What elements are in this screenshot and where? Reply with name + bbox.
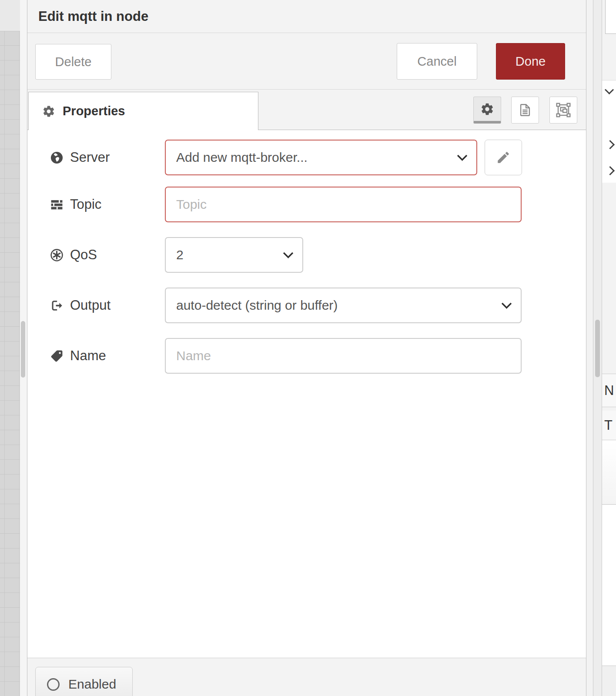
dialog-tab-row: Properties xyxy=(27,90,586,130)
appearance-button[interactable] xyxy=(549,97,577,124)
sidebar-row-text: T xyxy=(604,418,613,433)
output-label: Output xyxy=(50,288,110,323)
name-label: Name xyxy=(50,338,106,374)
canvas-header-sliver xyxy=(0,0,20,31)
dialog-title: Edit mqtt in node xyxy=(38,9,148,24)
topic-label: Topic xyxy=(50,187,101,222)
qos-select[interactable]: 2 xyxy=(165,237,303,273)
chevron-down-icon[interactable] xyxy=(605,85,614,94)
sign-out-icon xyxy=(50,299,64,312)
chevron-right-icon[interactable] xyxy=(606,166,615,175)
sidebar-section-panel xyxy=(602,440,616,505)
sidebar-scrollbar-thumb[interactable] xyxy=(595,320,600,377)
chevron-down-icon xyxy=(501,298,512,309)
output-select[interactable]: auto-detect (string or buffer) xyxy=(165,288,522,323)
output-select-value: auto-detect (string or buffer) xyxy=(176,298,338,313)
server-label: Server xyxy=(50,140,110,175)
dialog-buttonbar: Delete Cancel Done xyxy=(27,33,586,90)
qos-label-text: QoS xyxy=(70,247,97,263)
flow-canvas-sliver xyxy=(0,0,20,696)
dialog-footer: Enabled xyxy=(27,658,586,696)
tab-properties[interactable]: Properties xyxy=(28,92,258,130)
qos-label: QoS xyxy=(50,237,97,273)
tag-icon xyxy=(50,349,64,363)
sidebar-row-text: N xyxy=(604,383,614,398)
gear-icon xyxy=(42,105,55,118)
sidebar-scrollbar-track[interactable] xyxy=(593,0,602,696)
qos-select-value: 2 xyxy=(176,248,184,262)
sidebar-row-partial: T xyxy=(602,411,616,440)
enabled-toggle-label: Enabled xyxy=(68,677,116,692)
tasks-icon xyxy=(50,198,64,211)
server-select[interactable]: Add new mqtt-broker... xyxy=(165,140,477,175)
properties-view-button[interactable] xyxy=(473,97,501,124)
globe-icon xyxy=(50,151,64,164)
sidebar-section-blank xyxy=(602,505,616,666)
chevron-down-icon xyxy=(457,151,467,161)
enabled-toggle-button[interactable]: Enabled xyxy=(35,667,133,696)
server-label-text: Server xyxy=(70,150,110,165)
empire-icon xyxy=(50,248,64,262)
chevron-right-icon[interactable] xyxy=(606,140,615,149)
name-input[interactable] xyxy=(165,338,522,374)
description-icon xyxy=(518,103,532,117)
pencil-icon xyxy=(496,150,511,165)
sidebar-row-partial: N xyxy=(602,374,616,407)
delete-button[interactable]: Delete xyxy=(35,44,111,80)
appearance-icon xyxy=(556,102,571,118)
sidebar-topbox xyxy=(605,0,616,34)
description-button[interactable] xyxy=(511,97,539,124)
output-label-text: Output xyxy=(70,298,110,313)
name-label-text: Name xyxy=(70,348,106,364)
topic-label-text: Topic xyxy=(70,197,101,212)
circle-toggle-icon xyxy=(47,678,60,691)
edit-node-dialog: Edit mqtt in node Delete Cancel Done Pro… xyxy=(27,0,586,696)
server-select-value: Add new mqtt-broker... xyxy=(176,150,308,165)
chevron-down-icon xyxy=(283,248,293,258)
done-button[interactable]: Done xyxy=(496,43,565,80)
dialog-header: Edit mqtt in node xyxy=(27,0,586,33)
properties-form: Server Add new mqtt-broker... xyxy=(27,130,586,657)
sidebar-footer xyxy=(602,666,616,696)
topic-input[interactable] xyxy=(165,187,522,222)
tab-properties-label: Properties xyxy=(63,104,125,118)
edit-server-button[interactable] xyxy=(485,140,522,175)
sidebar-section-list xyxy=(602,80,616,183)
canvas-grid xyxy=(0,31,20,696)
gear-icon xyxy=(480,102,494,116)
tray-resize-handle[interactable] xyxy=(21,321,25,378)
info-sidebar-sliver: N T xyxy=(602,0,616,696)
cancel-button[interactable]: Cancel xyxy=(397,43,477,80)
